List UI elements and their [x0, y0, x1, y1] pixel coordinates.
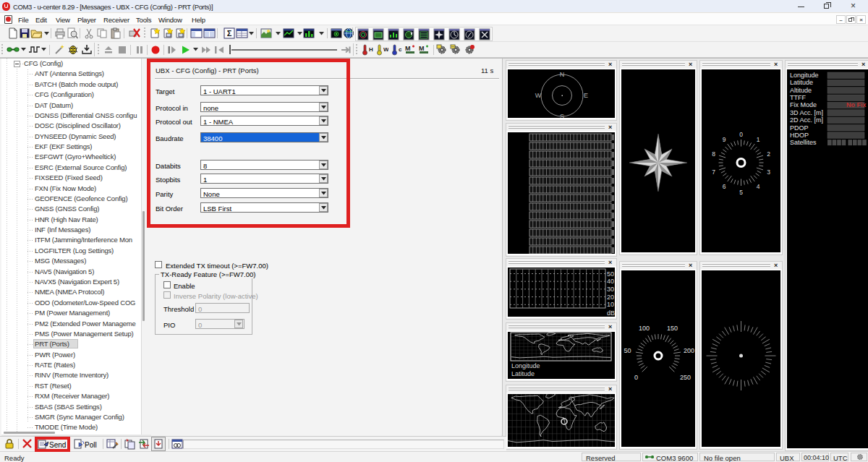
svg-text:Fix Mode: Fix Mode — [790, 101, 817, 108]
svg-text:9: 9 — [723, 136, 726, 143]
svg-text:8: 8 — [712, 150, 715, 158]
svg-text:200: 200 — [684, 347, 694, 354]
svg-text:1: 1 — [757, 136, 760, 143]
svg-text:Longitude: Longitude — [790, 72, 819, 79]
svg-text:Satellites: Satellites — [790, 139, 817, 146]
svg-text:7: 7 — [712, 168, 715, 176]
svg-text:2: 2 — [767, 150, 770, 158]
svg-text:dB: dB — [607, 309, 615, 317]
svg-text:100: 100 — [639, 325, 650, 332]
svg-text:50: 50 — [624, 347, 631, 354]
svg-text:50: 50 — [607, 270, 614, 278]
svg-text:20: 20 — [607, 294, 614, 301]
svg-text:TTFF: TTFF — [790, 94, 806, 101]
svg-text:5: 5 — [739, 189, 743, 196]
svg-text:S: S — [560, 113, 564, 118]
svg-text:0: 0 — [634, 374, 638, 381]
svg-text:Latitude: Latitude — [511, 370, 535, 377]
svg-text:3D Acc. [m]: 3D Acc. [m] — [790, 109, 823, 116]
svg-text:H: H — [369, 46, 373, 53]
svg-text:W: W — [535, 92, 542, 99]
svg-text:PDOP: PDOP — [790, 124, 809, 132]
svg-text:N: N — [560, 71, 565, 78]
svg-text:M: M — [419, 45, 425, 52]
svg-text:40: 40 — [607, 278, 614, 285]
svg-text:0: 0 — [739, 131, 743, 138]
svg-text:Altitude: Altitude — [790, 87, 812, 94]
svg-text:Σ: Σ — [227, 29, 232, 38]
svg-text:3: 3 — [767, 168, 770, 176]
svg-text:4: 4 — [757, 183, 760, 190]
svg-text:W: W — [383, 46, 388, 53]
svg-text:10: 10 — [607, 301, 614, 308]
svg-text:M: M — [405, 45, 411, 52]
svg-text:6: 6 — [723, 183, 726, 190]
svg-text:No Fix: No Fix — [846, 101, 867, 108]
svg-text:2D Acc. [m]: 2D Acc. [m] — [790, 116, 823, 124]
svg-text:Longitude: Longitude — [511, 362, 540, 369]
svg-text:250: 250 — [680, 374, 691, 381]
svg-text:30: 30 — [607, 286, 614, 293]
svg-text:E: E — [584, 92, 588, 99]
svg-text:150: 150 — [667, 325, 678, 332]
svg-text:HDOP: HDOP — [790, 132, 809, 139]
svg-text:Latitude: Latitude — [790, 79, 813, 86]
svg-text:c: c — [399, 46, 402, 53]
